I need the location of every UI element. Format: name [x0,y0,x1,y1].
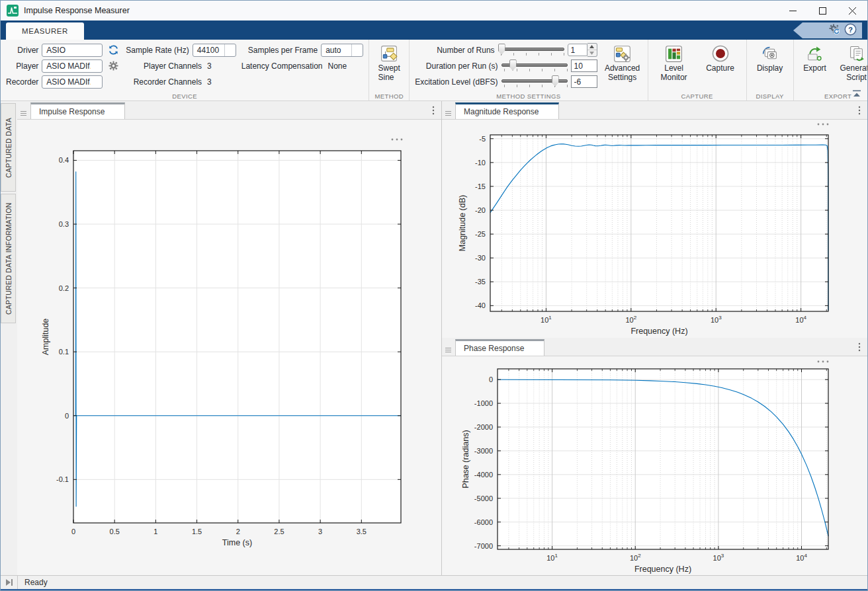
axes-toolbar-ellipsis-icon[interactable] [391,138,403,141]
svg-text:101: 101 [546,553,558,562]
excitation-level-slider-thumb[interactable] [552,75,559,87]
svg-text:Frequency (Hz): Frequency (Hz) [634,565,691,574]
svg-text:-6000: -6000 [474,518,493,526]
panel-menu-kebab-icon[interactable] [432,106,435,118]
display-label: Display [757,64,783,73]
minimize-button[interactable] [778,1,808,20]
svg-text:0: 0 [489,375,493,383]
axes-toolbar-ellipsis-icon[interactable] [817,123,829,126]
refresh-devices-button[interactable] [106,43,120,58]
main-area: CAPTURED DATA CAPTURED DATA INFORMATION … [1,101,867,575]
excitation-level-input[interactable] [571,75,597,88]
impulse-response-chart: 00.511.522.533.5-0.100.10.20.30.4Time (s… [17,120,441,575]
samples-per-frame-combo[interactable]: auto [321,44,363,57]
close-button[interactable] [838,1,867,20]
device-settings-gear-icon[interactable] [106,59,120,73]
svg-text:-30: -30 [475,254,486,262]
latency-compensation-label: Latency Compensation [241,61,323,71]
export-button[interactable]: Export [799,43,831,90]
svg-text:104: 104 [795,315,806,324]
svg-text:-25: -25 [475,230,486,238]
number-of-runs-spinner[interactable] [587,43,597,57]
spinner-up-icon[interactable] [587,44,597,50]
number-of-runs-slider-thumb[interactable] [498,44,505,55]
capture-section-label: CAPTURE [648,93,746,100]
driver-label: Driver [17,46,38,55]
recorder-channels-label: Recorder Channels [134,77,202,87]
panel-menu-kebab-icon[interactable] [858,342,861,354]
svg-text:2.5: 2.5 [274,528,284,535]
svg-text:102: 102 [630,553,641,562]
svg-text:Frequency (Hz): Frequency (Hz) [630,327,687,336]
svg-text:Time (s): Time (s) [222,538,252,547]
number-of-runs-slider[interactable] [498,43,564,57]
titlebar: Impulse Response Measurer [1,1,867,20]
section-capture: Level Monitor Capture CAPTURE [648,40,747,100]
tab-phase-response[interactable]: Phase Response [455,339,544,356]
spinner-down-icon[interactable] [587,50,597,56]
toolstrip: Driver ASIO Player ASIO MADIf... Recorde… [1,40,867,101]
svg-text:-40: -40 [475,301,486,309]
expand-status-panel-icon[interactable] [1,576,18,589]
svg-text:-2000: -2000 [474,423,493,431]
impulse-plot-area: 00.511.522.533.5-0.100.10.20.30.4Time (s… [17,120,441,575]
duration-per-run-slider-thumb[interactable] [509,59,517,71]
svg-text:103: 103 [713,553,724,562]
svg-text:-10: -10 [475,159,486,167]
excitation-level-slider[interactable] [501,75,568,89]
axes-toolbar-ellipsis-icon[interactable] [817,360,829,363]
duration-per-run-slider[interactable] [501,59,568,73]
right-column: Magnitude Response 101102103104-5-10-15-… [442,101,867,575]
collapse-ribbon-button[interactable] [851,89,862,97]
ribbon-tab-row: MEASURER ? [1,20,867,40]
number-of-runs-input[interactable] [568,44,587,56]
recorder-channels-dropdown[interactable]: 3 [205,76,221,88]
excitation-level-label: Excitation Level (dBFS) [415,77,498,87]
player-channels-dropdown[interactable]: 3 [205,60,221,72]
app-settings-icon[interactable] [828,23,840,38]
svg-text:-20: -20 [475,206,486,214]
svg-text:104: 104 [796,553,807,562]
sample-rate-combo[interactable]: 44100 [193,44,236,57]
impulse-response-panel: Impulse Response 00.511.522.533.5-0.100.… [17,101,442,575]
panel-drag-handle-icon[interactable] [445,107,451,119]
tab-measurer[interactable]: MEASURER [6,22,84,40]
swept-sine-icon [380,44,398,63]
capture-button[interactable]: Capture [700,43,741,90]
advanced-settings-label: Advanced Settings [603,64,642,83]
panel-drag-handle-icon[interactable] [445,344,451,356]
app-window: Impulse Response Measurer MEASURER ? Dri… [0,0,868,591]
duration-per-run-input[interactable] [571,59,597,72]
sidebar-tab-captured-data[interactable]: CAPTURED DATA [1,103,16,192]
magnitude-plot-area: 101102103104-5-10-15-20-25-30-35-40Frequ… [442,120,867,338]
player-label: Player [16,61,38,71]
sidebar-tab-captured-data-information[interactable]: CAPTURED DATA INFORMATION [1,194,16,323]
phase-response-panel: Phase Response 1011021031040-1000-2000-3… [442,338,867,575]
generate-script-button[interactable]: Generate Script [836,43,868,90]
section-display: Display DISPLAY [747,40,794,100]
device-section-label: DEVICE [1,93,369,100]
advanced-settings-button[interactable]: Advanced Settings [603,43,642,90]
swept-sine-button[interactable]: Swept Sine [372,43,406,90]
ribbon-quick-access: ? [793,22,862,38]
side-tab-strip: CAPTURED DATA CAPTURED DATA INFORMATION [1,101,17,575]
svg-text:0: 0 [71,528,75,535]
section-method: Swept Sine METHOD [369,40,410,100]
svg-text:-3000: -3000 [474,447,493,455]
magnitude-response-panel: Magnitude Response 101102103104-5-10-15-… [442,101,867,338]
method-section-label: METHOD [369,93,409,100]
latency-compensation-dropdown[interactable]: None [326,60,356,72]
sample-rate-label: Sample Rate (Hz) [126,46,189,55]
help-icon[interactable]: ? [844,23,857,38]
maximize-button[interactable] [808,1,838,20]
tab-impulse-response[interactable]: Impulse Response [30,102,125,119]
level-monitor-icon [665,44,683,63]
panel-drag-handle-icon[interactable] [21,107,26,119]
display-button[interactable]: Display [752,43,788,90]
player-dropdown[interactable]: ASIO MADIf... [42,59,103,73]
recorder-dropdown[interactable]: ASIO MADIf... [42,75,103,89]
panel-menu-kebab-icon[interactable] [858,106,861,118]
level-monitor-button[interactable]: Level Monitor [654,43,695,90]
tab-magnitude-response[interactable]: Magnitude Response [455,102,559,119]
driver-dropdown[interactable]: ASIO [42,44,103,57]
